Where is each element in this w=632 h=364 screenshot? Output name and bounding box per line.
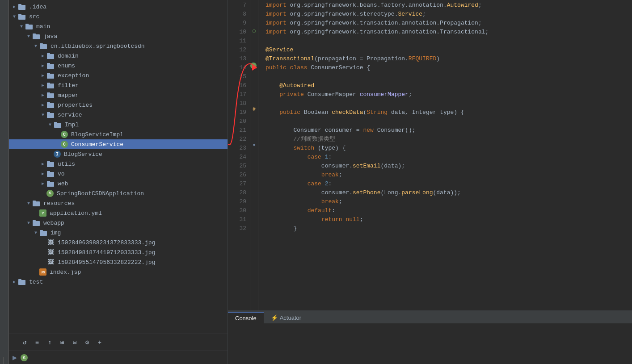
code-line-11[interactable] (265, 37, 632, 46)
code-line-23[interactable]: switch (type) { (265, 144, 632, 153)
tree-item-enums[interactable]: ▶enums (9, 61, 228, 71)
code-line-20[interactable] (265, 117, 632, 126)
tree-label-impl: Impl (65, 121, 79, 128)
gutter-cell-15 (250, 69, 258, 78)
tree-item-impl[interactable]: ▼Impl (9, 120, 228, 130)
main-area: ▶.idea▼src▼main▼java▼cn.itbluebox.spring… (0, 0, 632, 364)
tree-arrow-cn: ▼ (32, 44, 39, 49)
tree-label-img: img (51, 230, 61, 236)
line-num-15: 15 (228, 72, 246, 81)
code-line-12[interactable]: @Service (265, 46, 632, 54)
tree-item-img2[interactable]: 🖼150284981874419712033333.jpg (9, 247, 228, 257)
line-numbers: 7891011121314151617181920212223242526272… (228, 0, 250, 310)
code-line-18[interactable] (265, 99, 632, 108)
tree-item-blogserviceimpl[interactable]: CBlogServiceImpl (9, 130, 228, 139)
svg-rect-31 (47, 181, 50, 182)
code-line-10[interactable]: import org.springframework.transaction.a… (265, 28, 632, 37)
code-line-26[interactable]: break; (265, 171, 632, 180)
settings-icon[interactable]: ⚙ (82, 338, 92, 347)
tree-item-consumerservice[interactable]: CConsumerService (9, 139, 228, 149)
tree-item-indexjsp[interactable]: JSindex.jsp (9, 267, 228, 277)
structure-tab[interactable] (3, 357, 5, 364)
up-icon[interactable]: ⇑ (45, 338, 55, 347)
code-editor: 7891011121314151617181920212223242526272… (228, 0, 632, 310)
line-num-8: 8 (228, 10, 246, 19)
tree-item-service[interactable]: ▼service (9, 110, 228, 120)
tree-item-img[interactable]: ▼img (9, 228, 228, 238)
code-line-7[interactable]: import org.springframework.beans.factory… (265, 1, 632, 10)
code-line-16[interactable]: @Autowired (265, 81, 632, 90)
code-line-24[interactable]: case 1: (265, 153, 632, 162)
add-icon[interactable]: + (95, 338, 105, 347)
filter-icon[interactable]: ⊟ (70, 338, 80, 347)
line-num-32: 32 (228, 224, 246, 233)
editor-content[interactable]: 7891011121314151617181920212223242526272… (228, 0, 632, 310)
services-icons: ↺ ≡ ⇑ ⊞ ⊟ ⚙ + (20, 338, 105, 347)
tree-item-appyml[interactable]: Yapplication.yml (9, 208, 228, 218)
bottom-tab-console[interactable]: Console (228, 312, 264, 323)
svg-rect-13 (47, 63, 50, 64)
tree-item-src[interactable]: ▼src (9, 12, 228, 21)
tree-item-springapp[interactable]: SSpringBootCSDNApplication (9, 188, 228, 198)
gutter-cell-26 (250, 167, 258, 176)
code-line-31[interactable]: return null; (265, 215, 632, 224)
tree-arrow-idea: ▶ (11, 4, 18, 9)
tree-item-idea[interactable]: ▶.idea (9, 2, 228, 12)
code-line-14[interactable]: public class ConsumerService { (265, 63, 632, 72)
code-line-22[interactable]: //判断数据类型 (265, 135, 632, 144)
tree-item-test[interactable]: ▶test (9, 277, 228, 287)
group-icon[interactable]: ⊞ (57, 338, 67, 347)
code-line-28[interactable]: consumer.setPhone(Long.parseLong(data)); (265, 188, 632, 197)
tree-icon-test (18, 278, 26, 286)
tree-item-cn[interactable]: ▼cn.itbluebox.springbootcsdn (9, 41, 228, 51)
tree-item-utils[interactable]: ▶utils (9, 159, 228, 169)
code-line-19[interactable]: public Boolean checkData(String data, In… (265, 108, 632, 117)
code-line-30[interactable]: default: (265, 206, 632, 215)
gutter-cell-18 (250, 96, 258, 105)
tree-item-img3[interactable]: 🖼150284955147056332822222.jpg (9, 257, 228, 267)
code-line-17[interactable]: private ConsumerMapper consumerMapper; (265, 90, 632, 99)
tree-item-domain[interactable]: ▶domain (9, 51, 228, 61)
code-line-21[interactable]: Consumer consumer = new Consumer(); (265, 126, 632, 135)
tree-item-vo[interactable]: ▶vo (9, 169, 228, 179)
svg-rect-36 (40, 231, 47, 236)
tree-item-webapp[interactable]: ▼webapp (9, 218, 228, 228)
code-line-29[interactable]: break; (265, 197, 632, 206)
code-line-25[interactable]: consumer.setEmail(data); (265, 162, 632, 171)
tree-item-resources[interactable]: ▼resources (9, 198, 228, 208)
svg-rect-19 (47, 92, 50, 94)
svg-rect-16 (47, 84, 54, 88)
tree-icon-src (18, 13, 26, 21)
tree-item-blogservice[interactable]: IBlogService (9, 149, 228, 159)
tree-item-mapper[interactable]: ▶mapper (9, 90, 228, 100)
bottom-tab-actuator[interactable]: ⚡Actuator (264, 312, 308, 323)
tree-item-exception[interactable]: ▶exception (9, 71, 228, 80)
code-area[interactable]: import org.springframework.beans.factory… (258, 0, 632, 310)
line-num-10: 10 (228, 28, 246, 37)
tree-item-main[interactable]: ▼main (9, 21, 228, 31)
code-line-27[interactable]: case 2: (265, 180, 632, 188)
tree-item-properties[interactable]: ▶properties (9, 100, 228, 110)
spring-boot-item[interactable]: ▶ S (13, 354, 31, 361)
code-line-13[interactable]: @Transactional(propagation = Propagation… (265, 54, 632, 63)
svg-rect-24 (54, 123, 61, 128)
tree-item-filter[interactable]: ▶filter (9, 80, 228, 90)
tree-arrow-service: ▼ (39, 113, 46, 117)
svg-rect-17 (47, 83, 50, 84)
code-line-15[interactable] (265, 72, 632, 81)
code-line-32[interactable]: } (265, 224, 632, 233)
tree-arrow-properties: ▶ (39, 102, 46, 108)
tree-label-img3: 150284955147056332822222.jpg (58, 259, 155, 266)
refresh-icon[interactable]: ↺ (20, 338, 29, 347)
collapse-icon[interactable]: ≡ (32, 338, 42, 347)
services-footer: ▶ S (9, 351, 228, 364)
tree-item-java[interactable]: ▼java (9, 31, 228, 41)
gutter-cell-30 (250, 203, 258, 212)
tree-label-springapp: SpringBootCSDNApplication (57, 190, 144, 197)
tree-label-main: main (36, 23, 50, 30)
tree-item-web[interactable]: ▶web (9, 179, 228, 188)
tree-icon-blogserviceimpl: C (61, 131, 68, 138)
tree-item-img1[interactable]: 🖼150284963988231372833333.jpg (9, 238, 228, 247)
code-line-9[interactable]: import org.springframework.transaction.a… (265, 19, 632, 28)
code-line-8[interactable]: import org.springframework.stereotype.Se… (265, 10, 632, 19)
